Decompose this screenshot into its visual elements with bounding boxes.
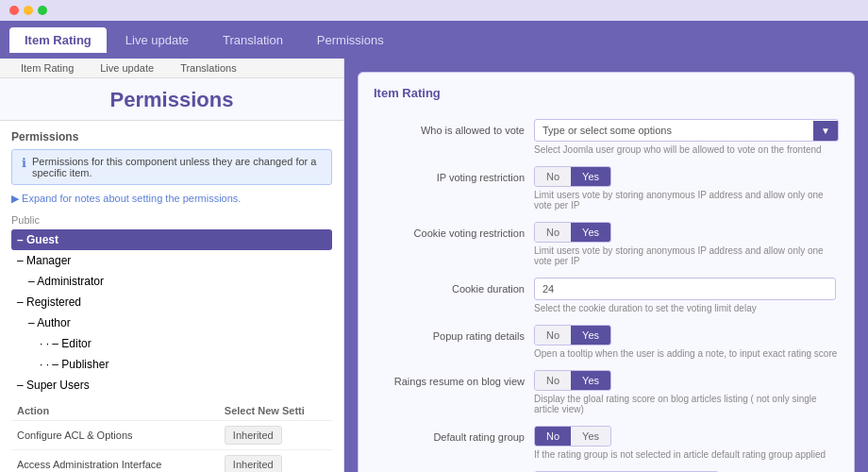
label-ip-restriction: IP voting restriction — [374, 166, 525, 183]
toggle-ratings-no[interactable]: No — [535, 371, 571, 390]
tree-publisher[interactable]: · · – Publisher — [11, 354, 332, 375]
permissions-title: Permissions — [0, 78, 343, 121]
action-access: Access Administration Interface — [11, 450, 205, 473]
tree-author[interactable]: – Author — [11, 312, 332, 333]
tree-super-users[interactable]: – Super Users — [11, 375, 332, 396]
control-popup-rating: No Yes Open a tooltip when the user is a… — [534, 325, 839, 359]
info-text: Permissions for this component unless th… — [32, 156, 322, 178]
permissions-table: Action Select New Setti Configure ACL & … — [11, 401, 332, 472]
field-cookie-restriction: Cookie voting restriction No Yes Limit u… — [374, 222, 839, 266]
expand-link[interactable]: ▶ Expand for notes about setting the per… — [11, 193, 332, 205]
label-who-vote: Who is allowed to vote — [374, 119, 525, 136]
control-default-group: No Yes If the rating group is not select… — [534, 426, 839, 460]
toggle-ip-no[interactable]: No — [535, 167, 571, 186]
field-default-group: Default rating group No Yes If the ratin… — [374, 426, 839, 460]
hint-cookie-duration: Select the cookie duration to set the vo… — [534, 303, 839, 313]
toggle-default-yes[interactable]: Yes — [571, 427, 610, 446]
tree-editor[interactable]: · · – Editor — [11, 333, 332, 354]
tree-super-users-label: – Super Users — [17, 379, 90, 392]
col-select: Select New Setti — [219, 401, 332, 421]
select-who-vote-wrapper: Type or select some options ▼ — [534, 119, 839, 142]
tree-administrator[interactable]: – Administrator — [11, 271, 332, 292]
tree-manager[interactable]: – Manager — [11, 250, 332, 271]
field-who-vote: Who is allowed to vote Type or select so… — [374, 119, 839, 155]
field-cookie-duration: Cookie duration Select the cookie durati… — [374, 278, 839, 313]
toggle-popup-rating: No Yes — [534, 325, 611, 346]
toggle-default-no[interactable]: No — [535, 427, 571, 446]
inherited-btn-configure[interactable]: Inherited — [225, 426, 282, 445]
window-chrome — [0, 0, 868, 21]
tab-translation[interactable]: Translation — [208, 27, 298, 53]
section-title: Item Rating — [374, 86, 839, 106]
minimize-dot[interactable] — [24, 6, 33, 15]
tree-editor-label: · · – Editor — [40, 337, 92, 350]
toggle-cookie-no[interactable]: No — [535, 223, 571, 242]
label-cookie-restriction: Cookie voting restriction — [374, 222, 525, 239]
toggle-default-group: No Yes — [534, 426, 611, 447]
toggle-popup-no[interactable]: No — [535, 326, 571, 345]
label-cookie-duration: Cookie duration — [374, 278, 525, 295]
top-tab-bar: Item Rating Live update Translation Perm… — [0, 21, 868, 59]
hint-who-vote: Select Joomla user group who will be all… — [534, 144, 839, 155]
col-spacer — [205, 401, 219, 421]
main-area: Item Rating Live update Translations Per… — [0, 59, 868, 472]
left-panel: Item Rating Live update Translations Per… — [0, 59, 344, 472]
control-cookie-restriction: No Yes Limit users vote by storing anony… — [534, 222, 839, 266]
left-content: Permissions ℹ Permissions for this compo… — [0, 121, 343, 472]
control-ratings-resume: No Yes Display the gloal rating score on… — [534, 370, 839, 414]
tab-permissions[interactable]: Permissions — [302, 27, 399, 53]
col-action: Action — [11, 401, 205, 421]
chevron-down-icon[interactable]: ▼ — [813, 121, 838, 141]
hint-default-group: If the rating group is not selected in a… — [534, 449, 839, 460]
control-who-vote: Type or select some options ▼ Select Joo… — [534, 119, 839, 155]
action-configure: Configure ACL & Options — [11, 421, 205, 450]
maximize-dot[interactable] — [38, 6, 47, 15]
toggle-ip-yes[interactable]: Yes — [571, 167, 610, 186]
toggle-ratings-resume: No Yes — [534, 370, 611, 391]
label-default-group: Default rating group — [374, 426, 525, 443]
toggle-popup-yes[interactable]: Yes — [571, 326, 610, 345]
label-ratings-resume: Raings resume on blog view — [374, 370, 525, 387]
hint-cookie-restriction: Limit users vote by storing anonymous IP… — [534, 245, 839, 266]
sub-tab-live-update[interactable]: Live update — [89, 59, 165, 77]
tree-guest-label: – Guest — [17, 233, 58, 246]
tree-author-label: – Author — [28, 316, 71, 329]
tree-guest[interactable]: – Guest — [11, 229, 332, 250]
field-ip-restriction: IP voting restriction No Yes Limit users… — [374, 166, 839, 211]
item-rating-box: Item Rating Who is allowed to vote Type … — [358, 72, 855, 472]
table-row: Access Administration Interface Inherite… — [11, 450, 332, 473]
tab-item-rating[interactable]: Item Rating — [9, 27, 107, 53]
right-panel: Item Rating Who is allowed to vote Type … — [344, 59, 868, 472]
toggle-cookie-yes[interactable]: Yes — [571, 223, 610, 242]
control-cookie-duration: Select the cookie duration to set the vo… — [534, 278, 839, 313]
hint-ratings-resume: Display the gloal rating score on blog a… — [534, 394, 839, 414]
toggle-cookie-restriction: No Yes — [534, 222, 611, 243]
close-dot[interactable] — [9, 6, 19, 15]
toggle-ip-restriction: No Yes — [534, 166, 611, 187]
info-box: ℹ Permissions for this component unless … — [11, 149, 332, 185]
table-row: Configure ACL & Options Inherited — [11, 421, 332, 450]
sub-tab-translations[interactable]: Translations — [169, 59, 248, 77]
tree-publisher-label: · · – Publisher — [40, 358, 108, 371]
tree-registered-label: – Registered — [17, 295, 81, 309]
label-popup-rating: Popup rating details — [374, 325, 525, 342]
control-ip-restriction: No Yes Limit users vote by storing anony… — [534, 166, 839, 211]
toggle-ratings-yes[interactable]: Yes — [571, 371, 610, 390]
tree-manager-label: – Manager — [17, 254, 71, 267]
select-who-vote[interactable]: Type or select some options — [535, 120, 813, 141]
input-cookie-duration[interactable] — [534, 278, 836, 300]
inherited-btn-access[interactable]: Inherited — [225, 455, 282, 472]
hint-ip-restriction: Limit users vote by storing anonymous IP… — [534, 190, 839, 211]
tree-registered[interactable]: – Registered — [11, 292, 332, 312]
info-icon: ℹ — [22, 156, 26, 170]
tree-administrator-label: – Administrator — [28, 275, 104, 288]
hint-popup-rating: Open a tooltip when the user is adding a… — [534, 348, 839, 359]
sub-tab-item-rating[interactable]: Item Rating — [9, 59, 85, 77]
field-popup-rating: Popup rating details No Yes Open a toolt… — [374, 325, 839, 359]
sub-tab-bar: Item Rating Live update Translations — [0, 59, 343, 78]
field-ratings-resume: Raings resume on blog view No Yes Displa… — [374, 370, 839, 414]
public-label: Public — [11, 214, 332, 226]
perm-section-label: Permissions — [11, 130, 332, 143]
tab-live-update[interactable]: Live update — [110, 27, 204, 53]
